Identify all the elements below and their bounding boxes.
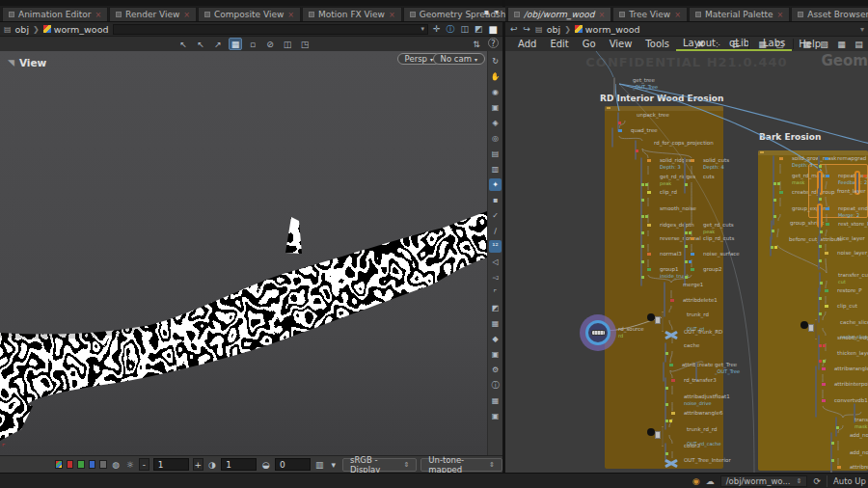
tab-animation-editor[interactable]: Animation Editor× (2, 7, 108, 21)
node-thicken-layers[interactable]: thicken_layers (818, 351, 820, 369)
tab-material-palette[interactable]: Material Palette× (689, 7, 790, 21)
node-before-cut-attribute[interactable]: before_cut_attribute (770, 237, 772, 256)
breadcrumb-root[interactable]: obj (15, 24, 29, 35)
menu-icon-2[interactable]: ☰ (729, 39, 742, 50)
colorspace-dropdown[interactable]: sRGB - Display⇕ (342, 458, 417, 472)
menu-add[interactable]: Add (511, 37, 543, 51)
node-convertvdb1[interactable]: convertvdb1 (815, 398, 817, 417)
select-tool-icon-6[interactable]: ◫ (281, 38, 294, 50)
lut-icon[interactable]: ▥ (314, 458, 324, 471)
tab-obj-worm-wood[interactable]: /obj/worm_wood× (507, 7, 611, 21)
viewport-control-icon-11[interactable]: ∕ (489, 225, 502, 237)
camera-icon[interactable]: ◩ (474, 24, 484, 34)
select-tool-icon-3[interactable]: ▦ (229, 38, 242, 50)
node-cache-slice-growth[interactable]: cache_slice_growthcache_slice_growth_v2 (815, 320, 817, 339)
contrast-field[interactable]: 1 (221, 458, 257, 471)
node-group-expand[interactable]: group_expand (773, 206, 774, 225)
viewport-control-icon-6[interactable]: ▤ (489, 148, 502, 160)
channel-ramp-button[interactable] (55, 460, 63, 469)
forward-icon[interactable]: ↪ (523, 24, 532, 34)
node-attribwrangle6[interactable]: attribwrangle6 (665, 411, 666, 429)
menu-icon-5[interactable]: ▢ (773, 39, 786, 50)
brightness-field[interactable]: 1 (153, 458, 189, 471)
snapshot-icon[interactable]: ◫ (460, 24, 471, 34)
refresh-icon[interactable]: ⟳ (813, 476, 821, 486)
node-get-tree[interactable]: get_tree_OUT_Tree (613, 78, 615, 96)
viewport-control-icon-19[interactable]: ▣ (489, 348, 502, 361)
path-combo[interactable]: ▾ (113, 24, 428, 35)
viewport-control-icon-0[interactable]: ↻ (489, 55, 502, 68)
sort-icon[interactable]: ⇅ (470, 38, 483, 50)
back-icon[interactable]: ↩ (509, 24, 519, 34)
node-rd-for-cops-projection[interactable]: rd_for_cops_projection (635, 141, 637, 159)
tab-render-view[interactable]: Render View× (109, 7, 197, 21)
node-transfer-attr-mask[interactable]: transfer_attr_maskmask (835, 418, 837, 436)
node-attribdelete1[interactable]: attribdelete1 (664, 298, 665, 316)
menu-tools[interactable]: Tools (638, 37, 676, 51)
viewport-control-icon-9[interactable]: ▪ (489, 194, 502, 206)
brightness-plus-button[interactable]: + (193, 458, 203, 471)
channel-blue-button[interactable] (89, 460, 96, 469)
node-attribremap1[interactable]: attribremap1 (830, 465, 832, 473)
viewport-control-icon-2[interactable]: ◉ (489, 86, 502, 98)
menu-icon-10[interactable]: ▤ (853, 39, 865, 50)
viewport-control-icon-22[interactable]: ▦ (489, 394, 502, 407)
pane-menu-caret-icon[interactable]: ▾ (495, 8, 499, 16)
viewport-control-icon-13[interactable]: ◁ (489, 256, 502, 268)
close-icon[interactable]: × (389, 11, 395, 19)
node-trunk-rd-rd[interactable]: trunk_rd_rdOUT_rd_cache (662, 427, 664, 446)
ghost-objects-icon[interactable]: ◍ (111, 458, 121, 471)
close-icon[interactable]: × (599, 11, 606, 19)
channel-green-button[interactable] (77, 460, 85, 469)
select-tool-icon-7[interactable]: ◳ (298, 38, 312, 50)
menu-view[interactable]: View (603, 37, 639, 51)
close-icon[interactable]: × (674, 11, 681, 19)
close-icon[interactable]: × (183, 11, 190, 19)
path-spinner-icon[interactable]: ⇕ (797, 477, 802, 485)
tab-motion-fx-view[interactable]: Motion FX View× (302, 7, 402, 21)
close-icon[interactable]: × (287, 11, 294, 19)
pane-maximize-icon[interactable]: ■ (488, 24, 499, 35)
tab-composite-view[interactable]: Composite View× (198, 7, 301, 21)
tab-asset-browser[interactable]: Asset Browser× (791, 7, 868, 21)
lut-caret-icon[interactable]: ▾ (329, 458, 339, 471)
menu-edit[interactable]: Edit (543, 37, 575, 51)
menu-icon-0[interactable]: ✖ (694, 39, 707, 50)
menu-icon-8[interactable]: ▧ (818, 39, 830, 50)
help-icon[interactable]: ? (488, 38, 499, 48)
breadcrumb-node[interactable]: worm_wood (43, 24, 109, 35)
path-caret-icon[interactable]: ▾ (860, 25, 864, 34)
viewport-control-icon-21[interactable]: ⓘ (489, 379, 502, 392)
menu-icon-7[interactable]: ▦ (800, 39, 813, 50)
viewport-control-icon-1[interactable]: ✋ (489, 70, 502, 83)
viewport-control-icon-15[interactable]: ⌜ (489, 286, 502, 299)
breadcrumb-node[interactable]: worm_wood (575, 24, 640, 35)
select-tool-icon-0[interactable]: ↖ (176, 38, 190, 50)
select-tool-icon-1[interactable]: ↖ (194, 38, 207, 50)
viewport-3d[interactable]: ◥ View Persp▾ No cam▾ ↻✋◉▣◈◎▤▥✦▪✓∕¹²◁◅⌜◩… (0, 51, 502, 455)
channel-red-button[interactable] (67, 460, 74, 469)
viewport-control-icon-4[interactable]: ◈ (489, 117, 502, 129)
channel-alpha-button[interactable] (99, 460, 107, 469)
select-tool-icon-2[interactable]: ↗ (211, 38, 225, 50)
node-quad-tree[interactable]: quad_tree (611, 128, 613, 147)
node-clip-cut[interactable]: clip_cut (818, 304, 820, 322)
message-log-icon[interactable]: ◉ (692, 476, 700, 486)
memory-icon[interactable]: ☁ (706, 476, 715, 486)
viewport-control-icon-14[interactable]: ◅ (489, 271, 502, 284)
menu-icon-9[interactable]: ▦ (835, 39, 848, 50)
close-icon[interactable]: × (777, 11, 784, 19)
node-cache[interactable]: cache (665, 343, 666, 362)
node-trunk-rd[interactable]: trunk_rdOUT_rd (662, 312, 664, 331)
viewport-control-icon-5[interactable]: ◎ (489, 132, 502, 145)
current-path-chip[interactable]: /obj/worm_wo... ⇕ (720, 475, 808, 487)
tab-tree-view[interactable]: Tree View× (612, 7, 688, 21)
node-noise-layer-by-slices[interactable]: noise_layer_by_slices (818, 251, 820, 269)
box-minimize-icon[interactable] (760, 151, 764, 153)
pin-icon[interactable]: ✛ (432, 24, 442, 34)
viewport-control-icon-7[interactable]: ▥ (489, 163, 502, 176)
breadcrumb-root[interactable]: obj (547, 24, 560, 35)
network-path-icon[interactable]: ▤ (4, 25, 12, 34)
viewport-control-icon-18[interactable]: ◆ (489, 333, 502, 345)
menu-icon-4[interactable]: ▦ (756, 39, 769, 50)
